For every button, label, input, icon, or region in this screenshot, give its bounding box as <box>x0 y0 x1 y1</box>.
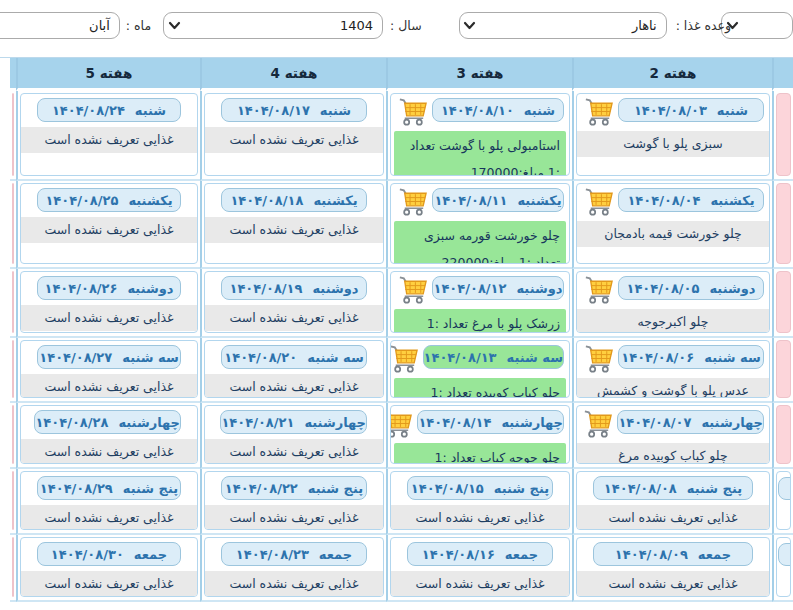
cart-icon[interactable] <box>581 408 614 438</box>
cell-header: سه شنبه۱۴۰۴/۰۸/۱۳ <box>391 341 569 373</box>
day-cell-box: پنج شنبه۱۴۰۴/۰۸/۲۲غذایی تعریف نشده است <box>204 471 384 530</box>
week-header-week4: هفته 4 <box>200 58 386 91</box>
cart-icon[interactable] <box>582 274 615 304</box>
day-name: پنج شنبه <box>687 481 742 496</box>
cart-icon[interactable] <box>582 186 615 216</box>
day-name: دوشنبه <box>516 281 562 296</box>
date-pill-week2-sat[interactable]: شنبه۱۴۰۴/۰۸/۰۳ <box>618 98 764 122</box>
day-cell-week4-tue: سه شنبه۱۴۰۴/۰۸/۲۰غذایی تعریف نشده است <box>200 338 386 403</box>
day-name: دوشنبه <box>127 281 173 296</box>
date-pill-week5-mon[interactable]: دوشنبه۱۴۰۴/۰۸/۲۶ <box>37 276 181 300</box>
day-cell-box: دوشنبه۱۴۰۴/۰۸/۰۵چلو اکبرجوجه <box>576 271 770 333</box>
date-pill-week5-wed[interactable]: چهارشنبه۱۴۰۴/۰۸/۲۸ <box>34 410 181 434</box>
meal-select[interactable]: ناهار <box>459 12 667 39</box>
date-pill-week4-mon[interactable]: دوشنبه۱۴۰۴/۰۸/۱۹ <box>221 276 367 300</box>
order-info: چلو کباب کوبیده تعداد :1 مبلغ:220000 <box>394 378 566 398</box>
date-pill-week2-mon[interactable]: دوشنبه۱۴۰۴/۰۸/۰۵ <box>618 276 764 300</box>
cell-header: دوشنبه۱۴۰۴/۰۸/۱۲ <box>391 272 569 304</box>
date-pill-week5-tue[interactable]: سه شنبه۱۴۰۴/۰۸/۲۷ <box>37 345 181 369</box>
date-pill-week5-thu[interactable]: پنج شنبه۱۴۰۴/۰۸/۲۹ <box>37 476 181 500</box>
date-value: ۱۴۰۴/۰۸/۱۱ <box>434 193 507 208</box>
date-pill-week4-tue[interactable]: سه شنبه۱۴۰۴/۰۸/۲۰ <box>221 345 367 369</box>
date-pill-week3-thu[interactable]: پنج شنبه۱۴۰۴/۰۸/۱۵ <box>407 476 553 500</box>
no-food-text: غذایی تعریف نشده است <box>205 127 383 153</box>
day-cell-box: چهارشنبه۱۴۰۴/۰۸/۱۴چلو جوجه کباب تعداد :1… <box>390 405 570 464</box>
cart-icon[interactable] <box>582 343 615 373</box>
date-pill-week3-sat[interactable]: شنبه۱۴۰۴/۰۸/۱۰ <box>432 98 564 122</box>
chevron-down-icon <box>460 20 480 31</box>
edge-cell <box>12 271 14 333</box>
date-pill-week4-sat[interactable]: شنبه۱۴۰۴/۰۸/۱۷ <box>221 98 367 122</box>
date-value: ۱۴۰۴/۰۸/۱۹ <box>229 281 302 296</box>
month-select[interactable]: آبان <box>0 12 120 39</box>
date-pill-week3-wed[interactable]: چهارشنبه۱۴۰۴/۰۸/۱۴ <box>417 410 564 434</box>
day-cell-week1-sun <box>772 181 793 269</box>
meal-calendar-table: هفته 2هفته 3هفته 4هفته 5شنبه۱۴۰۴/۰۸/۰۳سب… <box>0 57 793 602</box>
date-pill-week5-fri[interactable]: جمعه۱۴۰۴/۰۸/۳۰ <box>37 542 181 566</box>
day-name: یکشنبه <box>517 193 561 208</box>
cart-icon[interactable] <box>396 186 429 216</box>
date-pill-week4-thu[interactable]: پنج شنبه۱۴۰۴/۰۸/۲۲ <box>221 476 367 500</box>
day-cell-week5-tue: سه شنبه۱۴۰۴/۰۸/۲۷غذایی تعریف نشده است <box>16 338 200 403</box>
year-select[interactable]: 1404 <box>163 12 383 39</box>
date-pill-week3-fri[interactable]: جمعه۱۴۰۴/۰۸/۱۶ <box>407 542 553 566</box>
date-pill-week2-wed[interactable]: چهارشنبه۱۴۰۴/۰۸/۰۷ <box>617 410 764 434</box>
food-name: چلو خورشت قیمه بادمجان <box>577 221 769 247</box>
cart-icon[interactable] <box>582 96 615 126</box>
date-pill-week2-fri[interactable]: جمعه۱۴۰۴/۰۸/۰۹ <box>593 542 753 566</box>
no-food-text: غذایی تعریف نشده است <box>577 505 769 530</box>
month-select-value: آبان <box>0 18 119 33</box>
date-pill-week4-fri[interactable]: جمعه۱۴۰۴/۰۸/۲۳ <box>221 542 367 566</box>
day-cell-week4-sun: یکشنبه۱۴۰۴/۰۸/۱۸غذایی تعریف نشده است <box>200 181 386 269</box>
edge-cell <box>776 405 791 464</box>
order-info: چلو جوجه کباب تعداد :1 مبلغ:220000 <box>394 443 566 464</box>
edge-cell <box>776 93 791 176</box>
cart-icon[interactable] <box>390 343 420 373</box>
date-value: ۱۴۰۴/۰۸/۱۵ <box>411 481 484 496</box>
day-cell-week2-mon: دوشنبه۱۴۰۴/۰۸/۰۵چلو اکبرجوجه <box>572 269 772 338</box>
day-cell-week5-sun: یکشنبه۱۴۰۴/۰۸/۲۵غذایی تعریف نشده است <box>16 181 200 269</box>
cell-header: پنج شنبه۱۴۰۴/۰۸/۱۵ <box>391 472 569 500</box>
day-cell-week3-wed: چهارشنبه۱۴۰۴/۰۸/۱۴چلو جوجه کباب تعداد :1… <box>386 403 572 469</box>
cart-icon[interactable] <box>396 96 429 126</box>
day-cell-box: شنبه۱۴۰۴/۰۸/۰۳سبزی پلو با گوشت <box>576 93 770 176</box>
day-name: یکشنبه <box>313 193 357 208</box>
date-pill-week5-sun[interactable]: یکشنبه۱۴۰۴/۰۸/۲۵ <box>37 188 181 212</box>
day-name: سه شنبه <box>704 350 760 365</box>
date-pill-week3-sun[interactable]: یکشنبه۱۴۰۴/۰۸/۱۱ <box>432 188 564 212</box>
day-cell-box: پنج شنبه۱۴۰۴/۰۸/۲۹غذایی تعریف نشده است <box>20 471 198 530</box>
edge-cell <box>12 405 14 464</box>
day-cell-week3-tue: سه شنبه۱۴۰۴/۰۸/۱۳چلو کباب کوبیده تعداد :… <box>386 338 572 403</box>
date-pill-week3-tue[interactable]: سه شنبه۱۴۰۴/۰۸/۱۳ <box>423 345 564 369</box>
date-pill-week2-tue[interactable]: سه شنبه۱۴۰۴/۰۸/۰۶ <box>618 345 764 369</box>
date-pill-week3-mon[interactable]: دوشنبه۱۴۰۴/۰۸/۱۲ <box>432 276 564 300</box>
day-cell-week2-fri: جمعه۱۴۰۴/۰۸/۰۹غذایی تعریف نشده است <box>572 535 772 602</box>
cell-header: شنبه۱۴۰۴/۰۸/۲۴ <box>21 94 197 122</box>
cell-header: یکشنبه۱۴۰۴/۰۸/۲۵ <box>21 184 197 212</box>
cart-icon[interactable] <box>390 408 414 438</box>
day-cell-week2-sat: شنبه۱۴۰۴/۰۸/۰۳سبزی پلو با گوشت <box>572 91 772 181</box>
day-cell-week1-thu <box>772 469 793 535</box>
date-value: ۱۴۰۴/۰۸/۲۴ <box>52 103 125 118</box>
day-cell-box: پنج شنبه۱۴۰۴/۰۸/۰۸غذایی تعریف نشده است <box>576 471 770 530</box>
cell-header: شنبه۱۴۰۴/۰۸/۰۳ <box>577 94 769 126</box>
no-food-text: غذایی تعریف نشده است <box>391 505 569 530</box>
date-pill-week4-sun[interactable]: یکشنبه۱۴۰۴/۰۸/۱۸ <box>221 188 367 212</box>
edge-cell <box>12 471 14 530</box>
date-pill-week4-wed[interactable]: چهارشنبه۱۴۰۴/۰۸/۲۱ <box>220 410 367 434</box>
day-cell-box: چهارشنبه۱۴۰۴/۰۸/۲۱غذایی تعریف نشده است <box>204 405 384 464</box>
day-cell-week4-thu: پنج شنبه۱۴۰۴/۰۸/۲۲غذایی تعریف نشده است <box>200 469 386 535</box>
meal-type-dropdown[interactable] <box>721 12 793 39</box>
chevron-down-icon <box>164 20 184 31</box>
cell-header: یکشنبه۱۴۰۴/۰۸/۱۸ <box>205 184 383 212</box>
date-pill-week5-sat[interactable]: شنبه۱۴۰۴/۰۸/۲۴ <box>37 98 181 122</box>
day-name: سه شنبه <box>307 350 363 365</box>
edge-cell <box>776 340 791 398</box>
day-cell-week4-mon: دوشنبه۱۴۰۴/۰۸/۱۹غذایی تعریف نشده است <box>200 269 386 338</box>
edge-cell <box>12 340 14 398</box>
cart-icon[interactable] <box>396 274 429 304</box>
day-cell-week6-sun <box>10 181 16 269</box>
date-pill-week2-sun[interactable]: یکشنبه۱۴۰۴/۰۸/۰۴ <box>618 188 764 212</box>
date-pill-week2-thu[interactable]: پنج شنبه۱۴۰۴/۰۸/۰۸ <box>593 476 753 500</box>
date-value: ۱۴۰۴/۰۸/۰۶ <box>621 350 694 365</box>
